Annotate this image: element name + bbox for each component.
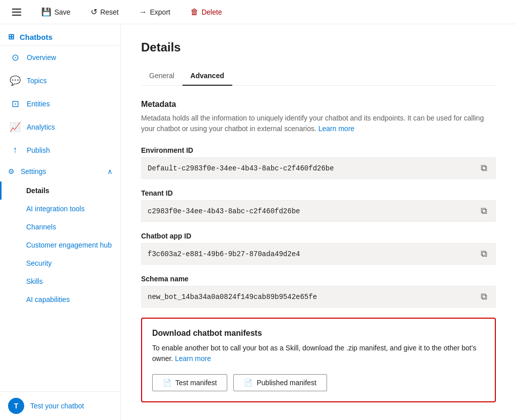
content-area: Details General Advanced Metadata Metada… <box>121 24 516 420</box>
export-button[interactable]: → Export <box>135 6 174 19</box>
sidebar-item-analytics[interactable]: 📈 Analytics <box>0 115 120 139</box>
sidebar-item-entities[interactable]: ⊡ Entities <box>0 92 120 115</box>
field-value-schema-name: new_bot_14ba34a0a0824f149cab89b9542e65fe <box>148 293 479 301</box>
save-icon: 💾 <box>41 7 51 17</box>
field-label-chatbot-app-id: Chatbot app ID <box>141 232 496 240</box>
analytics-icon: 📈 <box>10 122 21 133</box>
save-button[interactable]: 💾 Save <box>37 5 75 19</box>
field-group-chatbot-app-id: Chatbot app IDf3c603a2-e881-49b6-9b27-87… <box>141 232 496 265</box>
field-row-tenant-id: c2983f0e-34ee-4b43-8abc-c2f460fd26be⧉ <box>141 200 496 222</box>
sidebar-sub-item-customer-engagement[interactable]: Customer engagement hub <box>0 236 120 254</box>
test-manifest-button[interactable]: 📄 Test manifest <box>152 374 227 391</box>
toolbar: 💾 Save ↺ Reset → Export 🗑 Delete <box>0 0 516 24</box>
copy-button-environment-id[interactable]: ⧉ <box>479 162 489 174</box>
field-label-tenant-id: Tenant ID <box>141 189 496 197</box>
sidebar: ⊞ Chatbots ⊙ Overview 💬 Topics ⊡ Entitie… <box>0 24 121 420</box>
overview-icon: ⊙ <box>10 52 21 63</box>
field-group-environment-id: Environment IDDefault-c2983f0e-34ee-4b43… <box>141 146 496 179</box>
field-row-environment-id: Default-c2983f0e-34ee-4b43-8abc-c2f460fd… <box>141 157 496 179</box>
page-title: Details <box>141 40 496 54</box>
app-icon: ⊞ <box>8 32 15 41</box>
file-icon-published: 📄 <box>244 379 252 387</box>
delete-icon: 🗑 <box>190 8 199 17</box>
tab-advanced[interactable]: Advanced <box>182 67 232 86</box>
sidebar-sub-item-ai-capabilities[interactable]: AI capabilities <box>0 290 120 309</box>
tab-general[interactable]: General <box>141 67 182 86</box>
copy-button-tenant-id[interactable]: ⧉ <box>479 205 489 217</box>
file-icon-test: 📄 <box>163 379 171 387</box>
chevron-up-icon: ∧ <box>107 167 112 175</box>
sidebar-item-topics[interactable]: 💬 Topics <box>0 69 120 92</box>
field-label-environment-id: Environment ID <box>141 146 496 154</box>
field-row-schema-name: new_bot_14ba34a0a0824f149cab89b9542e65fe… <box>141 286 496 308</box>
download-title: Download chatbot manifests <box>152 329 485 338</box>
app-name: Chatbots <box>20 33 52 41</box>
field-group-tenant-id: Tenant IDc2983f0e-34ee-4b43-8abc-c2f460f… <box>141 189 496 222</box>
sidebar-bottom-test[interactable]: T Test your chatbot <box>0 391 120 420</box>
export-icon: → <box>139 8 147 17</box>
field-label-schema-name: Schema name <box>141 275 496 283</box>
download-section: Download chatbot manifests To enable ano… <box>141 318 496 402</box>
metadata-description: Metadata holds all the information to un… <box>141 113 496 134</box>
field-value-environment-id: Default-c2983f0e-34ee-4b43-8abc-c2f460fd… <box>148 164 479 172</box>
entities-icon: ⊡ <box>10 98 21 109</box>
download-buttons: 📄 Test manifest 📄 Published manifest <box>152 374 485 391</box>
sidebar-sub-item-security[interactable]: Security <box>0 254 120 272</box>
sidebar-item-overview[interactable]: ⊙ Overview <box>0 46 120 69</box>
download-description: To enable another bot to call your bot a… <box>152 343 485 364</box>
published-manifest-button[interactable]: 📄 Published manifest <box>233 374 327 391</box>
sidebar-header[interactable]: ⊞ Chatbots <box>0 24 120 46</box>
field-row-chatbot-app-id: f3c603a2-e881-49b6-9b27-870ada49d2e4⧉ <box>141 243 496 265</box>
publish-icon: ↑ <box>10 145 21 155</box>
sidebar-item-publish[interactable]: ↑ Publish <box>0 139 120 161</box>
sidebar-sub-item-details[interactable]: Details <box>0 182 120 200</box>
copy-button-chatbot-app-id[interactable]: ⧉ <box>479 248 489 260</box>
metadata-learn-more-link[interactable]: Learn more <box>318 125 355 133</box>
hamburger-menu[interactable] <box>8 5 25 20</box>
download-learn-more-link[interactable]: Learn more <box>175 354 211 363</box>
tabs: General Advanced <box>141 67 496 86</box>
copy-button-schema-name[interactable]: ⧉ <box>479 290 489 303</box>
field-value-chatbot-app-id: f3c603a2-e881-49b6-9b27-870ada49d2e4 <box>148 250 479 258</box>
sidebar-sub-item-ai-integration[interactable]: AI integration tools <box>0 200 120 218</box>
settings-section-header[interactable]: ⚙ Settings ∧ <box>0 161 120 182</box>
field-value-tenant-id: c2983f0e-34ee-4b43-8abc-c2f460fd26be <box>148 207 479 215</box>
main-layout: ⊞ Chatbots ⊙ Overview 💬 Topics ⊡ Entitie… <box>0 24 516 420</box>
delete-button[interactable]: 🗑 Delete <box>186 6 226 19</box>
reset-icon: ↺ <box>91 7 97 17</box>
sidebar-sub-item-channels[interactable]: Channels <box>0 218 120 236</box>
reset-button[interactable]: ↺ Reset <box>87 5 123 19</box>
avatar: T <box>8 398 24 414</box>
fields-container: Environment IDDefault-c2983f0e-34ee-4b43… <box>141 146 496 308</box>
field-group-schema-name: Schema namenew_bot_14ba34a0a0824f149cab8… <box>141 275 496 308</box>
topics-icon: 💬 <box>10 75 21 86</box>
metadata-title: Metadata <box>141 100 496 109</box>
sidebar-sub-item-skills[interactable]: Skills <box>0 272 120 290</box>
settings-icon: ⚙ <box>8 167 15 175</box>
